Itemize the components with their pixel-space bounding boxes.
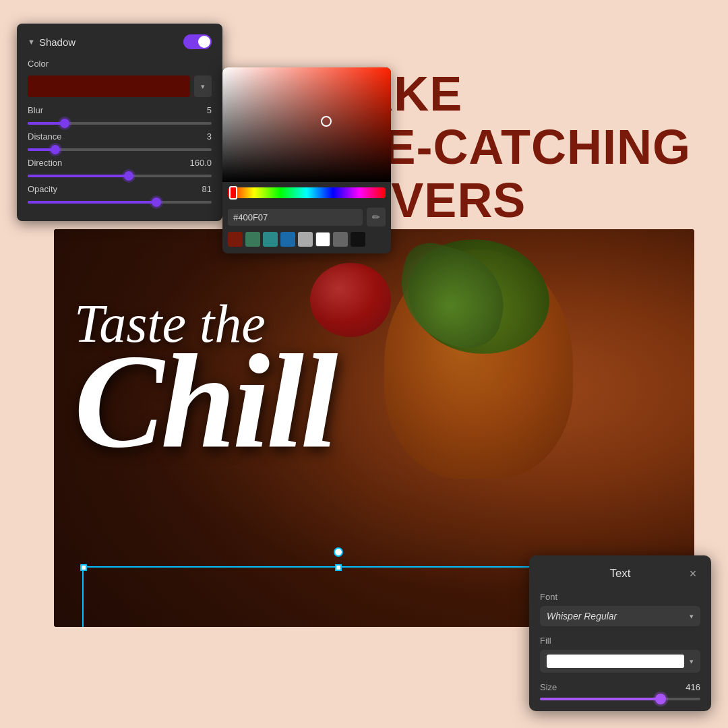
- hex-input[interactable]: [228, 209, 363, 226]
- chill-text: Chill: [74, 344, 334, 458]
- size-slider-thumb[interactable]: [655, 694, 666, 704]
- chevron-icon: ▼: [28, 38, 35, 46]
- size-slider[interactable]: [540, 698, 700, 700]
- font-select[interactable]: Whisper Regular ▾: [540, 606, 700, 626]
- text-panel-title: Text: [555, 567, 686, 580]
- swatch-8[interactable]: [351, 232, 365, 247]
- size-value: 416: [686, 682, 700, 692]
- color-cursor[interactable]: [321, 116, 332, 127]
- blur-value: 5: [207, 105, 212, 115]
- swatch-3[interactable]: [263, 232, 278, 247]
- fill-dropdown-arrow: ▾: [690, 657, 694, 666]
- opacity-slider-thumb[interactable]: [152, 198, 161, 207]
- eyedropper-button[interactable]: ✏: [367, 208, 386, 226]
- color-picker-panel: ✏: [222, 67, 391, 253]
- text-panel: Text × Font Whisper Regular ▾ Fill ▾ Siz…: [529, 555, 711, 711]
- shadow-panel: ▼ Shadow Color ▾ Blur 5 Distance 3 Direc…: [17, 24, 222, 221]
- text-panel-header: Text ×: [540, 566, 700, 581]
- toggle-knob: [198, 36, 210, 48]
- direction-slider-fill: [28, 175, 129, 177]
- direction-label: Direction: [28, 158, 62, 168]
- opacity-row: Opacity 81: [28, 184, 212, 194]
- swatch-4[interactable]: [280, 232, 295, 247]
- opacity-slider[interactable]: [28, 201, 212, 204]
- direction-slider[interactable]: [28, 175, 212, 177]
- size-label: Size: [540, 682, 557, 692]
- distance-value: 3: [207, 131, 212, 142]
- blur-label: Blur: [28, 105, 43, 115]
- swatch-2[interactable]: [245, 232, 260, 247]
- hue-strip[interactable]: [228, 187, 386, 198]
- blur-slider[interactable]: [28, 122, 212, 125]
- direction-row: Direction 160.0: [28, 158, 212, 168]
- distance-label: Distance: [28, 131, 62, 142]
- fill-row[interactable]: ▾: [540, 650, 700, 673]
- fill-label: Fill: [540, 636, 700, 646]
- opacity-value: 81: [202, 184, 212, 194]
- direction-slider-thumb[interactable]: [124, 171, 133, 181]
- swatch-6[interactable]: [315, 232, 330, 247]
- size-slider-fill: [540, 698, 661, 700]
- hue-cursor[interactable]: [229, 186, 237, 200]
- swatch-1[interactable]: [228, 232, 243, 247]
- shadow-toggle[interactable]: [183, 34, 212, 49]
- opacity-slider-fill: [28, 201, 156, 204]
- direction-value: 160.0: [189, 158, 212, 168]
- color-label: Color: [28, 59, 49, 69]
- font-select-value: Whisper Regular: [547, 611, 690, 621]
- color-dropdown-btn[interactable]: ▾: [194, 75, 212, 97]
- color-swatch-row[interactable]: ▾: [28, 75, 212, 97]
- shadow-panel-title: ▼ Shadow: [28, 36, 75, 48]
- color-row: Color: [28, 59, 212, 69]
- blur-slider-thumb[interactable]: [60, 119, 69, 128]
- font-dropdown-arrow: ▾: [690, 612, 694, 621]
- distance-slider-thumb[interactable]: [51, 145, 60, 154]
- swatch-5[interactable]: [298, 232, 313, 247]
- blur-slider-fill: [28, 122, 65, 125]
- opacity-label: Opacity: [28, 184, 57, 194]
- shadow-panel-header: ▼ Shadow: [28, 34, 212, 49]
- distance-row: Distance 3: [28, 131, 212, 142]
- color-gradient[interactable]: [222, 67, 391, 182]
- size-row: Size 416: [540, 682, 700, 692]
- color-swatch[interactable]: [28, 75, 190, 97]
- canvas-text[interactable]: Taste the Chill: [74, 297, 334, 458]
- fill-swatch: [547, 655, 684, 668]
- color-hex-row: ✏: [222, 204, 391, 232]
- blur-row: Blur 5: [28, 105, 212, 115]
- close-button[interactable]: ×: [686, 566, 700, 581]
- distance-slider[interactable]: [28, 148, 212, 151]
- color-swatches-row: [222, 232, 391, 253]
- font-label: Font: [540, 592, 700, 602]
- swatch-7[interactable]: [333, 232, 348, 247]
